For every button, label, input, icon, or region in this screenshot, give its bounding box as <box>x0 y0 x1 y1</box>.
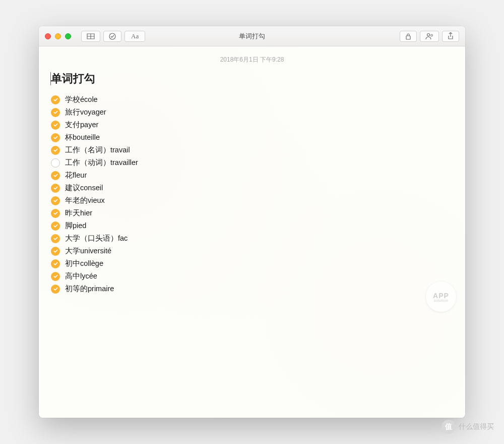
checklist-item-text[interactable]: 杯bouteille <box>65 133 100 142</box>
checklist-item-text[interactable]: 初中collège <box>65 259 103 268</box>
note-timestamp: 2018年6月1日 下午9:28 <box>51 56 453 64</box>
checklist-item[interactable]: 大学université <box>51 245 453 257</box>
checklist-item[interactable]: 高中lycée <box>51 270 453 283</box>
svg-point-2 <box>427 33 430 36</box>
checklist-item[interactable]: 支付payer <box>51 119 453 131</box>
minimize-button[interactable] <box>55 33 61 39</box>
toolbar-right <box>400 31 459 42</box>
checkbox-checked-icon[interactable] <box>51 234 60 243</box>
checkbox-checked-icon[interactable] <box>51 108 60 117</box>
checkbox-checked-icon[interactable] <box>51 121 60 130</box>
checkbox-checked-icon[interactable] <box>51 133 60 142</box>
checklist-button[interactable] <box>103 31 121 42</box>
checklist-item[interactable]: 初等的primaire <box>51 283 453 295</box>
checkbox-checked-icon[interactable] <box>51 171 60 180</box>
checkbox-checked-icon[interactable] <box>51 95 60 104</box>
site-watermark: 值 什么值得买 <box>442 420 494 434</box>
checklist-item[interactable]: 花fleur <box>51 169 453 182</box>
checkbox-checked-icon[interactable] <box>51 221 60 231</box>
checkbox-checked-icon[interactable] <box>51 209 60 218</box>
checklist-item[interactable]: 学校école <box>51 93 453 106</box>
checklist-item[interactable]: 初中collège <box>51 257 453 270</box>
checklist-item-text[interactable]: 昨天hier <box>65 208 92 218</box>
checkbox-checked-icon[interactable] <box>51 285 60 294</box>
checkbox-checked-icon[interactable] <box>51 146 60 155</box>
toolbar-left: Aa <box>81 31 145 42</box>
checklist-item[interactable]: 建议conseil <box>51 182 453 194</box>
collaborate-button[interactable] <box>420 31 439 42</box>
checklist-item[interactable]: 旅行voyager <box>51 106 453 119</box>
checkbox-checked-icon[interactable] <box>51 259 60 268</box>
checklist-item-text[interactable]: 花fleur <box>65 171 87 180</box>
checklist: 学校école旅行voyager支付payer杯bouteille工作（名词）t… <box>51 93 453 295</box>
notes-window: Aa 单词打勾 2018年6月1日 下午9:28 单词打勾 学校école旅行v… <box>39 26 465 418</box>
format-button[interactable]: Aa <box>124 31 145 42</box>
titlebar: Aa 单词打勾 <box>39 26 465 46</box>
site-watermark-text: 什么值得买 <box>459 422 494 431</box>
checklist-item-text[interactable]: 工作（动词）travailler <box>65 158 138 168</box>
grid-icon <box>87 33 95 39</box>
checklist-item-text[interactable]: 大学université <box>65 246 111 256</box>
checklist-item-text[interactable]: 初等的primaire <box>65 284 114 294</box>
checklist-item-text[interactable]: 大学（口头语）fac <box>65 234 128 243</box>
checklist-item-text[interactable]: 建议conseil <box>65 183 103 193</box>
share-icon <box>448 32 454 40</box>
note-content[interactable]: 2018年6月1日 下午9:28 单词打勾 学校école旅行voyager支付… <box>39 46 465 418</box>
checklist-item-text[interactable]: 工作（名词）travail <box>65 145 130 155</box>
checklist-item-text[interactable]: 年老的vieux <box>65 196 105 205</box>
checklist-item-text[interactable]: 旅行voyager <box>65 107 106 117</box>
lock-icon <box>405 33 411 40</box>
check-circle-icon <box>109 33 116 40</box>
checkbox-checked-icon[interactable] <box>51 247 60 256</box>
checklist-item[interactable]: 工作（名词）travail <box>51 144 453 156</box>
window-title: 单词打勾 <box>239 32 265 41</box>
list-view-button[interactable] <box>81 31 100 42</box>
svg-point-0 <box>109 33 115 39</box>
checkbox-checked-icon[interactable] <box>51 272 60 281</box>
svg-rect-1 <box>406 36 410 39</box>
maximize-button[interactable] <box>65 33 71 39</box>
checklist-item[interactable]: 脚pied <box>51 219 453 232</box>
checkbox-unchecked-icon[interactable] <box>51 158 60 168</box>
checklist-item[interactable]: 杯bouteille <box>51 131 453 144</box>
checklist-item-text[interactable]: 支付payer <box>65 120 98 130</box>
site-badge: 值 <box>442 420 456 434</box>
checklist-item[interactable]: 昨天hier <box>51 207 453 219</box>
share-button[interactable] <box>442 31 459 42</box>
checkbox-checked-icon[interactable] <box>51 184 60 193</box>
lock-button[interactable] <box>400 31 417 42</box>
checklist-item[interactable]: 大学（口头语）fac <box>51 232 453 245</box>
checklist-item-text[interactable]: 学校école <box>65 95 98 104</box>
checkbox-checked-icon[interactable] <box>51 196 60 205</box>
traffic-lights <box>45 33 71 39</box>
person-add-icon <box>425 33 433 40</box>
note-title[interactable]: 单词打勾 <box>51 71 453 86</box>
checklist-item-text[interactable]: 高中lycée <box>65 271 97 281</box>
checklist-item-text[interactable]: 脚pied <box>65 221 86 231</box>
checklist-item[interactable]: 年老的vieux <box>51 194 453 207</box>
checklist-item[interactable]: 工作（动词）travailler <box>51 156 453 169</box>
close-button[interactable] <box>45 33 51 39</box>
